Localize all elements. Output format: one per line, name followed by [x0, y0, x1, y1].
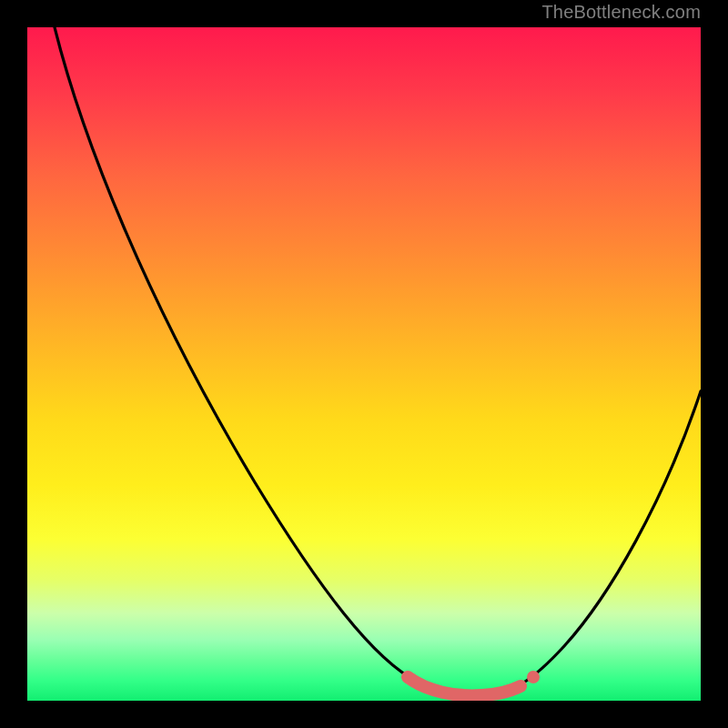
marker-end-dot: [527, 671, 540, 683]
chart-frame: TheBottleneck.com: [0, 0, 728, 728]
marker-segment: [408, 677, 521, 695]
curve-path: [55, 27, 701, 694]
bottleneck-curve: [27, 27, 701, 701]
watermark-text: TheBottleneck.com: [541, 2, 701, 23]
plot-area: [27, 27, 701, 701]
